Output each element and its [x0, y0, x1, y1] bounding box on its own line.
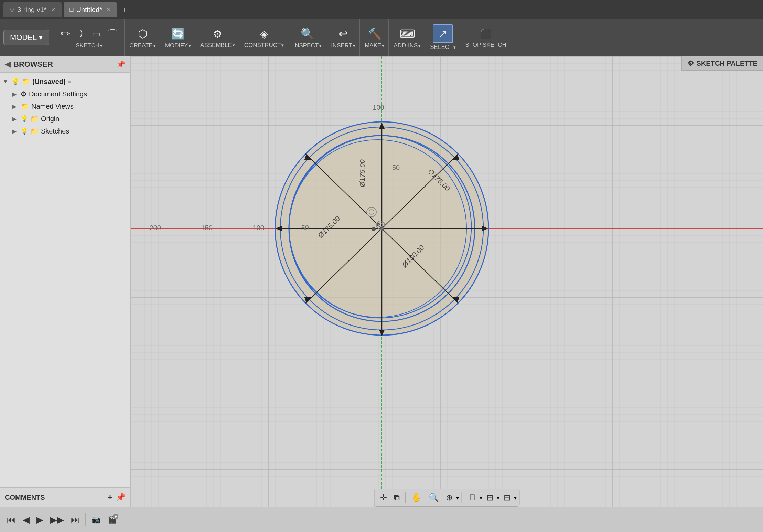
toolbar-modify-section: 🔄 MODIFY ▾ [161, 19, 195, 56]
vbt-zoomin-dropdown: ⊕ ▾ [443, 491, 459, 504]
svg-text:100: 100 [253, 224, 264, 232]
rect-icon: ▭ [92, 28, 101, 40]
toolbar-construct-btn[interactable]: ◈ [257, 26, 271, 41]
sketch-palette-icon: ⚙ [688, 59, 694, 67]
viewport-bottom-toolbar: ✛ ⧉ ✋ 🔍 ⊕ ▾ 🖥 ▾ ⊞ ▾ ⊟ ▾ [374, 489, 520, 507]
folder-icon-origin: 📁 [30, 115, 39, 123]
toolbar-stopsketch-btn[interactable]: ⬛ [477, 27, 495, 41]
tree-item-document-settings[interactable]: ▶ ⚙ Document Settings [0, 88, 130, 100]
tab-untitled[interactable]: □ Untitled* ✕ [64, 2, 117, 17]
toolbar-insert-section: ↩ INSERT ▾ [327, 19, 360, 56]
vbt-layout-dropdown: ⊟ ▾ [501, 491, 517, 504]
assemble-arrow: ▾ [233, 43, 235, 48]
make-icon: 🔨 [368, 27, 382, 40]
vbt-pan-btn[interactable]: ✋ [409, 491, 425, 504]
sketch-label: SKETCH [76, 42, 99, 49]
left-panel: ◀ BROWSER 📌 ▼ 💡 📁 (Unsaved) ● ▶ ⚙ Docume… [0, 56, 131, 507]
tree-label-origin: Origin [41, 115, 59, 123]
expand-icon-origin: ▶ [12, 116, 19, 122]
toolbar-make-section: 🔨 MAKE ▾ [361, 19, 389, 56]
toolbar-sketch-arc-btn[interactable]: ⤸ [74, 27, 88, 41]
tree-item-origin[interactable]: ▶ 💡 📁 Origin [0, 113, 130, 125]
light-icon-root: 💡 [11, 77, 20, 86]
toolbar-inspect-btn[interactable]: 🔍 [298, 26, 317, 42]
svg-text:Ø175.00: Ø175.00 [358, 159, 366, 188]
toolbar-insert-btn[interactable]: ↩ [336, 26, 351, 42]
comments-pin-icon[interactable]: 📌 [116, 493, 125, 502]
browser-pin-icon[interactable]: 📌 [117, 60, 125, 68]
browser-collapse-btn[interactable]: ◀ [5, 60, 11, 69]
camera-btn[interactable]: 🎬 ▾ [106, 514, 118, 525]
toolbar-assemble-section: ⚙ ASSEMBLE ▾ [196, 19, 239, 56]
tree-label-root: (Unsaved) [32, 78, 66, 86]
model-label: MODEL [10, 33, 37, 42]
folder-icon-sketches: 📁 [30, 127, 39, 135]
comments-label: COMMENTS [5, 493, 45, 501]
vbt-zoomout-btn[interactable]: 🔍 [426, 491, 442, 504]
toolbar-inspect-section: 🔍 INSPECT ▾ [289, 19, 326, 56]
vbt-grid-arrow[interactable]: ▾ [497, 494, 499, 501]
tree-label-document-settings: Document Settings [29, 90, 87, 98]
toolbar-make-btn[interactable]: 🔨 [365, 26, 384, 42]
playback-first-btn[interactable]: ⏮ [6, 513, 17, 526]
vbt-move-btn[interactable]: ✛ [377, 491, 390, 504]
tab-3ring[interactable]: ▽ 3-ring v1* ✕ [3, 2, 62, 17]
playback-next-btn[interactable]: ▶▶ [49, 513, 65, 526]
tree-item-sketches[interactable]: ▶ 💡 📁 Sketches [0, 125, 130, 137]
tab-close-untitled[interactable]: ✕ [106, 7, 111, 13]
vbt-sep2 [462, 492, 462, 503]
toolbar-sketch-draw-btn[interactable]: ✏ [58, 26, 73, 42]
vbt-copy-btn[interactable]: ⧉ [391, 491, 402, 504]
modify-label: MODIFY [165, 42, 188, 49]
svg-text:100: 100 [373, 104, 384, 111]
insert-label: INSERT [331, 42, 352, 49]
toolbar-addins-section: ⌨ ADD-INS ▾ [389, 19, 425, 56]
toolbar-sketch-section: ✏ ⤸ ▭ ⌒ SKETCH ▾ [54, 19, 125, 56]
playback-prev-btn[interactable]: ◀ [21, 513, 31, 526]
toolbar-create-section: ⬡ CREATE ▾ [125, 19, 160, 56]
vbt-zoomin-arrow[interactable]: ▾ [456, 494, 459, 501]
make-arrow: ▾ [382, 43, 384, 49]
record-btn[interactable]: 📷 [90, 514, 102, 525]
toolbar-assemble-btn[interactable]: ⚙ [210, 26, 225, 41]
construct-label: CONSTRUCT [244, 42, 281, 49]
toolbar-stopsketch-section: ⬛ STOP SKETCH [461, 19, 510, 56]
construct-icon: ◈ [260, 28, 268, 40]
vbt-zoomin-btn[interactable]: ⊕ [443, 491, 455, 504]
add-tab-button[interactable]: + [119, 4, 130, 15]
main-area: ◀ BROWSER 📌 ▼ 💡 📁 (Unsaved) ● ▶ ⚙ Docume… [0, 56, 763, 507]
sketch-palette: ⚙ SKETCH PALETTE [681, 56, 763, 71]
tree-item-root[interactable]: ▼ 💡 📁 (Unsaved) ● [0, 75, 130, 88]
toolbar-create-btn[interactable]: ⬡ [135, 26, 150, 42]
addins-icon: ⌨ [399, 27, 415, 40]
tree-item-named-views[interactable]: ▶ 📁 Named Views [0, 100, 130, 113]
vbt-display-arrow[interactable]: ▾ [480, 494, 482, 501]
toolbar-modify-btn[interactable]: 🔄 [169, 26, 188, 42]
comments-panel: COMMENTS + 📌 [0, 487, 130, 507]
toolbar-sketch-rect-btn[interactable]: ▭ [89, 27, 104, 41]
vbt-layout-arrow[interactable]: ▾ [514, 494, 517, 501]
expand-icon-docsettings: ▶ [12, 91, 19, 97]
vbt-display-btn[interactable]: 🖥 [465, 491, 479, 504]
toolbar-select-btn[interactable]: ↗ [433, 24, 453, 43]
playback-last-btn[interactable]: ⏭ [69, 513, 81, 526]
insert-icon: ↩ [338, 27, 348, 40]
vbt-layout-btn[interactable]: ⊟ [501, 491, 513, 504]
vbt-grid-btn[interactable]: ⊞ [484, 491, 496, 504]
playback-play-btn[interactable]: ▶ [35, 513, 45, 526]
viewport[interactable]: Ø175.00 Ø175.00 Ø175.00 Ø180.00 100 50 2… [131, 56, 763, 507]
tab-close-3ring[interactable]: ✕ [51, 7, 55, 13]
toolbar-sketch-curve-btn[interactable]: ⌒ [105, 26, 120, 42]
gear-icon-docsettings: ⚙ [21, 90, 27, 98]
browser-header: ◀ BROWSER 📌 [0, 56, 130, 73]
sketch-palette-label: SKETCH PALETTE [697, 60, 757, 67]
comments-add-icon[interactable]: + [108, 492, 112, 502]
select-icon: ↗ [438, 27, 448, 40]
toolbar-addins-btn[interactable]: ⌨ [397, 26, 418, 42]
select-arrow: ▾ [453, 45, 456, 50]
stopsketch-label: STOP SKETCH [465, 42, 506, 49]
folder-icon-namedviews: 📁 [21, 102, 29, 110]
make-label: MAKE [365, 42, 381, 49]
model-button[interactable]: MODEL ▾ [3, 30, 49, 45]
vbt-sep1 [405, 492, 406, 503]
